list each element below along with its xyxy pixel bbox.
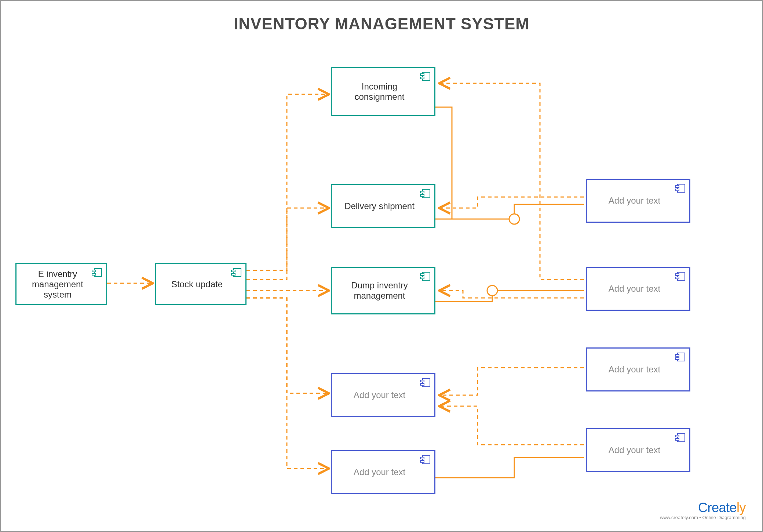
node-label: Incoming consignment xyxy=(339,81,420,102)
node-stock[interactable]: Stock update xyxy=(155,263,247,305)
node-root[interactable]: E inventry management system xyxy=(15,263,107,305)
svg-rect-25 xyxy=(675,274,679,276)
svg-rect-29 xyxy=(675,358,679,360)
node-label: Delivery shipment xyxy=(344,201,415,211)
component-icon xyxy=(420,455,431,464)
node-label: E inventry management system xyxy=(24,269,91,300)
edge-dump-right2-solid xyxy=(435,291,584,302)
footer-brand: Creately www.creately.com • Online Diagr… xyxy=(660,500,746,520)
svg-rect-28 xyxy=(675,354,679,356)
svg-rect-11 xyxy=(420,194,424,196)
edge-right2-incoming xyxy=(439,83,584,280)
svg-rect-22 xyxy=(675,186,679,187)
svg-rect-17 xyxy=(420,383,424,385)
brand-sub: www.creately.com • Online Diagramming xyxy=(660,515,746,520)
component-icon xyxy=(675,352,686,362)
node-label: Add your text xyxy=(609,445,660,455)
node-label: Add your text xyxy=(354,390,405,400)
component-icon xyxy=(420,189,431,198)
node-incoming[interactable]: Incoming consignment xyxy=(331,67,435,116)
socket-dump xyxy=(487,285,497,296)
svg-rect-31 xyxy=(675,435,679,437)
edge-incoming-delivery xyxy=(435,107,452,219)
node-delivery[interactable]: Delivery shipment xyxy=(331,184,435,228)
svg-rect-7 xyxy=(420,74,424,76)
svg-rect-1 xyxy=(92,270,96,272)
svg-rect-10 xyxy=(420,191,424,193)
edge-right2-dump-dashed xyxy=(439,291,584,298)
node-right4[interactable]: Add your text xyxy=(586,428,690,472)
component-icon xyxy=(91,268,102,277)
node-label: Add your text xyxy=(354,467,405,477)
component-icon xyxy=(675,433,686,442)
component-icon xyxy=(420,378,431,387)
node-label: Add your text xyxy=(609,364,660,375)
node-label: Add your text xyxy=(609,196,660,206)
node-mid1[interactable]: Add your text xyxy=(331,373,435,417)
edge-right3-mid1 xyxy=(439,368,584,395)
edge-right1-delivery-dashed xyxy=(439,197,584,208)
component-icon xyxy=(675,183,686,193)
component-icon xyxy=(675,272,686,281)
svg-rect-5 xyxy=(231,273,235,275)
edge-stock-incoming xyxy=(247,94,329,270)
node-mid2[interactable]: Add your text xyxy=(331,450,435,494)
svg-rect-26 xyxy=(675,277,679,279)
component-icon xyxy=(231,268,242,277)
edge-mid2-right4-solid xyxy=(435,458,584,478)
svg-rect-20 xyxy=(420,460,424,462)
node-right3[interactable]: Add your text xyxy=(586,347,690,391)
node-right2[interactable]: Add your text xyxy=(586,267,690,311)
svg-rect-32 xyxy=(675,438,679,440)
component-icon xyxy=(420,272,431,281)
svg-rect-14 xyxy=(420,277,424,279)
svg-rect-23 xyxy=(675,189,679,191)
svg-rect-13 xyxy=(420,274,424,276)
component-icon xyxy=(420,72,431,81)
node-right1[interactable]: Add your text xyxy=(586,179,690,223)
svg-rect-8 xyxy=(420,77,424,79)
edge-stock-delivery xyxy=(247,208,329,280)
node-label: Stock update xyxy=(171,279,223,289)
socket-delivery xyxy=(509,214,519,224)
edge-right4-mid1 xyxy=(439,406,584,445)
edge-stock-mid2 xyxy=(247,298,329,469)
diagram-canvas: INVENTORY MANAGEMENT SYSTEM xyxy=(0,0,763,532)
node-dump[interactable]: Dump inventry management xyxy=(331,267,435,314)
edge-stock-mid1 xyxy=(247,298,329,393)
svg-rect-16 xyxy=(420,380,424,382)
svg-rect-2 xyxy=(92,273,96,275)
svg-rect-19 xyxy=(420,457,424,459)
node-label: Dump inventry management xyxy=(339,280,420,301)
brand-create: Create xyxy=(698,500,737,515)
brand-ly: ly xyxy=(737,500,746,515)
svg-rect-4 xyxy=(231,270,235,272)
node-label: Add your text xyxy=(609,284,660,294)
